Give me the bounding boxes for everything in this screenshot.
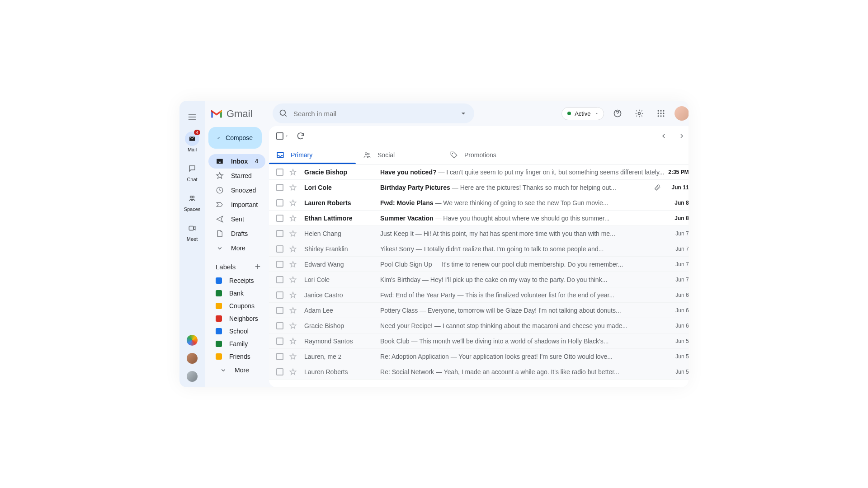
refresh-button[interactable] — [292, 128, 309, 144]
row-checkbox[interactable] — [276, 353, 283, 360]
mail-row[interactable]: Lauren Roberts Fwd: Movie Plans — We wer… — [269, 195, 689, 211]
mail-row[interactable]: Lori Cole Birthday Party Pictures — Here… — [269, 180, 689, 195]
label-item[interactable]: Bank — [205, 287, 269, 300]
mail-row[interactable]: Ethan Lattimore Summer Vacation — Have y… — [269, 211, 689, 226]
row-star[interactable] — [289, 337, 297, 345]
compose-button[interactable]: Compose — [208, 127, 262, 149]
rail-contact-1[interactable] — [187, 353, 198, 364]
main-menu-button[interactable] — [183, 108, 201, 126]
support-button[interactable] — [609, 105, 626, 122]
tab-social[interactable]: Social — [356, 146, 443, 164]
star-icon — [216, 172, 224, 180]
settings-button[interactable] — [631, 105, 647, 122]
row-checkbox[interactable] — [276, 184, 283, 191]
nav-more[interactable]: More — [208, 241, 265, 255]
row-checkbox[interactable] — [276, 245, 283, 253]
label-item[interactable]: Coupons — [205, 300, 269, 312]
mail-row[interactable]: Raymond Santos Book Club — This month we… — [269, 333, 689, 349]
apps-button[interactable] — [653, 105, 669, 122]
row-star[interactable] — [289, 322, 297, 330]
mail-row[interactable]: Adam Lee Pottery Class — Everyone, tomor… — [269, 303, 689, 318]
chevron-down-icon — [216, 244, 224, 252]
rail-chat[interactable]: Chat — [179, 158, 205, 186]
label-item[interactable]: Friends — [205, 350, 269, 363]
pager-prev[interactable] — [656, 129, 671, 143]
row-star[interactable] — [289, 276, 297, 284]
label-item[interactable]: Neighbors — [205, 312, 269, 325]
row-star[interactable] — [289, 183, 297, 192]
row-checkbox[interactable] — [276, 322, 283, 329]
row-checkbox[interactable] — [276, 230, 283, 237]
search-options-icon[interactable] — [459, 109, 468, 118]
mail-row[interactable]: Shirley Franklin Yikes! Sorry — I totall… — [269, 241, 689, 257]
rail-contact-2[interactable] — [187, 371, 198, 382]
row-checkbox[interactable] — [276, 199, 283, 206]
row-checkbox[interactable] — [276, 276, 283, 283]
row-checkbox[interactable] — [276, 307, 283, 314]
nav-starred[interactable]: Starred — [208, 169, 265, 183]
row-star[interactable] — [289, 291, 297, 299]
mail-date: Jun 6 — [665, 307, 689, 314]
people-icon — [363, 151, 371, 159]
mail-subject: Just Keep It — [380, 230, 414, 237]
rail-app-1[interactable] — [187, 335, 198, 346]
tab-promotions[interactable]: Promotions — [443, 146, 529, 164]
chat-icon — [188, 164, 196, 173]
row-star[interactable] — [289, 352, 297, 361]
mail-row[interactable]: Janice Castro Fwd: End of the Year Party… — [269, 287, 689, 303]
clock-icon — [216, 186, 224, 194]
mail-sender: Adam Lee — [304, 307, 380, 314]
mail-subject: Summer Vacation — [380, 215, 434, 222]
mail-content: Kim's Birthday — Hey! I'll pick up the c… — [380, 276, 665, 283]
row-checkbox[interactable] — [276, 368, 283, 375]
gmail-logo-row[interactable]: Gmail — [205, 104, 269, 127]
row-star[interactable] — [289, 260, 297, 268]
label-item[interactable]: Family — [205, 338, 269, 350]
tab-primary[interactable]: Primary — [269, 146, 356, 164]
row-star[interactable] — [289, 214, 297, 222]
mail-row[interactable]: Gracie Bishop Need your Recipe! — I cann… — [269, 318, 689, 333]
row-star[interactable] — [289, 306, 297, 314]
row-star[interactable] — [289, 168, 297, 176]
select-all-checkbox[interactable] — [276, 132, 289, 140]
mail-preview: — Everyone, tomorrow will be Glaze Day! … — [418, 307, 621, 314]
svg-point-1 — [192, 196, 194, 198]
row-checkbox[interactable] — [276, 169, 283, 176]
row-checkbox[interactable] — [276, 215, 283, 222]
label-item[interactable]: Receipts — [205, 274, 269, 287]
svg-point-7 — [657, 110, 659, 112]
add-label-icon[interactable] — [254, 263, 262, 271]
mail-row[interactable]: Lauren, me2 Re: Adoption Application — Y… — [269, 349, 689, 364]
row-star[interactable] — [289, 199, 297, 207]
row-checkbox[interactable] — [276, 261, 283, 268]
row-checkbox[interactable] — [276, 291, 283, 299]
mail-row[interactable]: Gracie Bishop Have you noticed? — I can'… — [269, 164, 689, 180]
pager-next[interactable] — [675, 129, 689, 143]
labels-more[interactable]: More — [208, 363, 265, 377]
rail-spaces[interactable]: Spaces — [179, 188, 205, 216]
label-text: Bank — [229, 290, 244, 297]
mail-row[interactable]: Edward Wang Pool Club Sign Up — It's tim… — [269, 257, 689, 272]
account-avatar[interactable] — [675, 106, 689, 121]
mail-list[interactable]: Gracie Bishop Have you noticed? — I can'… — [269, 164, 689, 387]
nav-sent[interactable]: Sent — [208, 212, 265, 226]
nav-snoozed[interactable]: Snoozed — [208, 183, 265, 197]
nav-drafts[interactable]: Drafts — [208, 226, 265, 241]
row-star[interactable] — [289, 230, 297, 238]
mail-date: Jun 7 — [665, 246, 689, 252]
rail-meet[interactable]: Meet — [179, 217, 205, 245]
nav-important[interactable]: Important — [208, 197, 265, 212]
label-color-icon — [216, 341, 222, 347]
search-input[interactable] — [293, 110, 453, 117]
row-star[interactable] — [289, 368, 297, 376]
mail-row[interactable]: Helen Chang Just Keep It — Hi! At this p… — [269, 226, 689, 241]
status-chip[interactable]: Active — [561, 107, 604, 120]
search-box[interactable] — [273, 103, 474, 123]
nav-inbox[interactable]: Inbox 4 — [208, 154, 265, 169]
row-checkbox[interactable] — [276, 338, 283, 345]
mail-row[interactable]: Lori Cole Kim's Birthday — Hey! I'll pic… — [269, 272, 689, 287]
rail-mail[interactable]: 4 Mail — [179, 128, 205, 156]
label-item[interactable]: School — [205, 325, 269, 338]
mail-row[interactable]: Lauren Roberts Re: Social Network — Yeah… — [269, 364, 689, 380]
row-star[interactable] — [289, 245, 297, 253]
